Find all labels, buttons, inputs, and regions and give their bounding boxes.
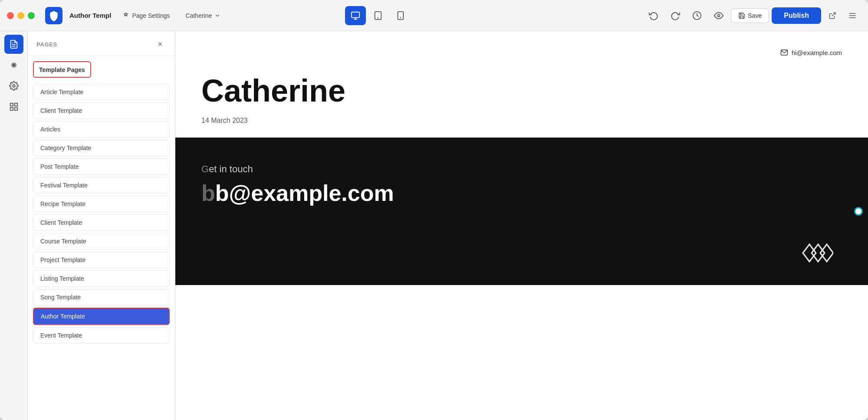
list-item[interactable]: Course Template — [33, 233, 170, 249]
list-item[interactable]: Client Template — [33, 214, 170, 231]
list-item[interactable]: Festival Template — [33, 177, 170, 194]
svg-marker-25 — [812, 244, 825, 262]
author-name-heading: Catherine — [201, 74, 842, 108]
action-toolbar: Save Publish — [644, 6, 861, 25]
email-header: hi@example.com — [201, 49, 842, 56]
page-dropdown[interactable]: Catherine — [181, 10, 225, 22]
publish-button[interactable]: Publish — [772, 7, 821, 24]
minimize-traffic-light[interactable] — [17, 12, 24, 19]
list-item[interactable]: Listing Template — [33, 270, 170, 287]
svg-line-9 — [832, 13, 835, 16]
email-address: hi@example.com — [792, 49, 842, 56]
scroll-indicator — [854, 207, 863, 216]
redo-button[interactable] — [666, 6, 685, 25]
svg-point-8 — [718, 14, 720, 17]
save-icon — [738, 12, 745, 19]
app-logo-icon — [48, 10, 59, 21]
sidebar-components-icon[interactable] — [4, 97, 23, 116]
main-area: PAGES × Template Pages Article Template … — [0, 31, 868, 420]
canvas-area[interactable]: hi@example.com Catherine 14 March 2023 G… — [175, 31, 868, 420]
list-item[interactable]: Project Template — [33, 252, 170, 268]
icon-sidebar — [0, 31, 28, 420]
list-item[interactable]: Song Template — [33, 289, 170, 305]
undo-button[interactable] — [644, 6, 663, 25]
tablet-view-button[interactable] — [368, 6, 388, 25]
sidebar-design-icon[interactable] — [4, 56, 23, 75]
svg-rect-23 — [14, 108, 17, 110]
canvas-frame: hi@example.com Catherine 14 March 2023 G… — [175, 31, 868, 420]
get-in-touch-text: Get in touch — [201, 164, 842, 175]
chevron-down-icon — [214, 13, 220, 19]
svg-rect-22 — [10, 108, 13, 110]
svg-point-19 — [13, 85, 15, 87]
list-item[interactable]: Client Template — [33, 102, 170, 119]
mobile-view-button[interactable] — [390, 6, 411, 25]
template-pages-header: Template Pages — [33, 61, 91, 78]
sidebar-settings-icon[interactable] — [4, 76, 23, 95]
contact-email: bb@example.com — [201, 180, 842, 206]
close-traffic-light[interactable] — [7, 12, 14, 19]
content-dark-section: Get in touch bb@example.com — [175, 138, 868, 285]
content-top-section: hi@example.com Catherine 14 March 2023 — [175, 31, 868, 138]
close-panel-button[interactable]: × — [154, 38, 166, 50]
app-logo — [45, 7, 62, 24]
list-item[interactable]: Event Template — [33, 327, 170, 344]
view-toolbar — [345, 6, 411, 25]
pages-header: PAGES × — [28, 31, 175, 56]
pages-panel: PAGES × Template Pages Article Template … — [28, 31, 175, 420]
svg-rect-0 — [352, 12, 359, 17]
history-button[interactable] — [687, 6, 707, 25]
pages-list: Template Pages Article Template Client T… — [28, 56, 175, 420]
save-button[interactable]: Save — [731, 8, 769, 23]
app-title: Author Templ — [69, 12, 111, 19]
page-settings-button[interactable]: Page Settings — [118, 10, 174, 22]
list-item[interactable]: Category Template — [33, 140, 170, 156]
desktop-view-button[interactable] — [345, 6, 366, 25]
title-bar: Author Templ Page Settings Catherine — [0, 0, 868, 31]
preview-button[interactable] — [709, 6, 728, 25]
author-template-item[interactable]: Author Template — [33, 308, 170, 325]
svg-marker-26 — [820, 244, 833, 262]
traffic-lights — [7, 12, 35, 19]
settings-icon — [122, 12, 129, 19]
logo-watermark — [799, 240, 833, 268]
author-date: 14 March 2023 — [201, 117, 842, 125]
svg-rect-21 — [14, 103, 17, 106]
pages-panel-title: PAGES — [36, 41, 57, 48]
list-item[interactable]: Recipe Template — [33, 196, 170, 212]
svg-marker-24 — [803, 244, 816, 262]
email-icon — [780, 49, 788, 56]
sidebar-pages-icon[interactable] — [4, 35, 23, 54]
list-item[interactable]: Article Template — [33, 84, 170, 100]
hamburger-menu-button[interactable] — [844, 7, 861, 24]
list-item[interactable]: Articles — [33, 121, 170, 138]
external-link-button[interactable] — [824, 7, 841, 24]
list-item[interactable]: Post Template — [33, 158, 170, 175]
svg-rect-20 — [10, 103, 13, 106]
svg-rect-5 — [398, 11, 404, 19]
maximize-traffic-light[interactable] — [28, 12, 35, 19]
